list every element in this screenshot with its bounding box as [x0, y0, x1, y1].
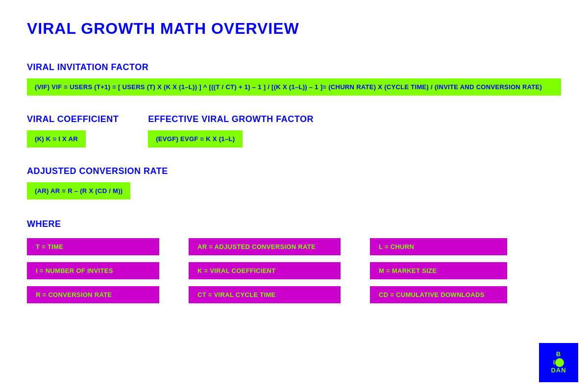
variables-grid: T = TIME AR = ADJUSTED CONVERSION RATE L…: [27, 238, 561, 303]
var-i: I = NUMBER OF INVITES: [27, 262, 159, 279]
logo: B I DAN: [539, 343, 578, 382]
var-ct: CT = VIRAL CYCLE TIME: [189, 286, 341, 303]
var-k: K = VIRAL COEFFICIENT: [189, 262, 341, 279]
var-cd: CD = CUMULATIVE DOWNLOADS: [370, 286, 507, 303]
vc-section: VIRAL COEFFICIENT (K) K = I x AR: [27, 114, 119, 147]
var-t: T = TIME: [27, 238, 159, 255]
vif-section: VIRAL INVITATION FACTOR (VIF) VIF = USER…: [27, 62, 561, 96]
vif-formula: (VIF) VIF = USERS (T+1) = [ USERS (T) x …: [27, 78, 561, 96]
vc-formula: (K) K = I x AR: [27, 130, 86, 147]
where-label: WHERE: [27, 219, 561, 229]
var-l: L = CHURN: [370, 238, 507, 255]
vc-label: VIRAL COEFFICIENT: [27, 114, 119, 124]
acr-formula: (AR) AR = R – (R x (CD / M)): [27, 182, 130, 199]
vif-label: VIRAL INVITATION FACTOR: [27, 62, 561, 73]
acr-label: ADJUSTED CONVERSION RATE: [27, 166, 561, 176]
var-m: M = MARKET SIZE: [370, 262, 507, 279]
evgf-formula: (EVGF) EVGF = K x (1–L): [148, 130, 243, 147]
evgf-label: EFFECTIVE VIRAL GROWTH FACTOR: [148, 114, 314, 124]
var-ar: AR = ADJUSTED CONVERSION RATE: [189, 238, 341, 255]
where-section: WHERE T = TIME AR = ADJUSTED CONVERSION …: [27, 219, 561, 303]
acr-section: ADJUSTED CONVERSION RATE (AR) AR = R – (…: [27, 166, 561, 199]
evgf-section: EFFECTIVE VIRAL GROWTH FACTOR (EVGF) EVG…: [148, 114, 314, 147]
var-r: R = CONVERSION RATE: [27, 286, 159, 303]
page-title: VIRAL GROWTH MATH OVERVIEW: [27, 20, 561, 38]
